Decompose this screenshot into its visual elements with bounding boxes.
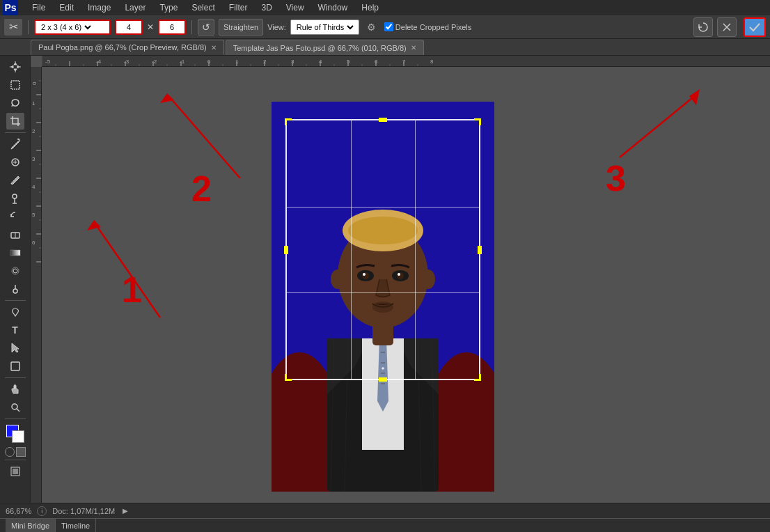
menu-help[interactable]: Help [359,1,382,14]
annotation-3: 3 [606,157,626,199]
app-logo: Ps [3,0,18,15]
zoom-level: 66,67% [6,507,31,515]
gradient-tool[interactable] [6,244,24,261]
tool-separator-4 [5,418,26,419]
svg-text:8: 8 [430,58,434,65]
left-toolbar: T [0,56,31,503]
svg-text:-2: -2 [152,58,157,65]
move-tool[interactable] [6,58,24,75]
photo-frame [272,102,494,492]
tab-close-template[interactable]: ✕ [411,44,416,52]
svg-text:-4: -4 [96,58,102,65]
cancel-button[interactable] [717,17,737,37]
delete-cropped-label[interactable]: Delete Cropped Pixels [384,22,471,31]
color-swatches[interactable] [6,425,24,443]
crop-width-input[interactable] [119,23,139,31]
view-overlay-select[interactable]: Rule of Thirds [294,22,356,32]
doc-info-arrow[interactable]: ▶ [120,506,130,516]
annotation-1: 1 [122,269,142,311]
svg-text:4: 4 [32,184,36,190]
path-select-tool[interactable] [6,340,24,357]
blur-tool[interactable] [6,263,24,279]
crop-preset-select[interactable]: 2 x 3 (4 x 6) [38,22,93,32]
menubar: Ps File Edit Image Layer Type Select Fil… [0,0,770,15]
crop-width-group[interactable] [115,19,143,35]
text-tool[interactable]: T [6,322,24,338]
menu-edit[interactable]: Edit [56,1,77,14]
ruler-left: 0 1 2 3 4 5 6 [31,67,42,503]
crop-height-input[interactable] [162,23,182,31]
straighten-button[interactable]: Straighten [219,19,263,36]
eyedropper-tool[interactable] [6,136,24,152]
clone-stamp-tool[interactable] [6,190,24,207]
tab-paul-pogba[interactable]: Paul Pogba.png @ 66,7% (Crop Preview, RG… [31,40,224,55]
canvas-area: -5 -4 -3 -2 -1 0 1 2 3 [31,56,770,503]
rotate-button[interactable]: ↺ [198,19,214,36]
bottom-tab-mini-bridge[interactable]: Mini Bridge [6,519,56,533]
tool-separator-5 [5,460,26,460]
doc-info: Doc: 1,07M/1,12M [52,507,115,515]
svg-point-13 [13,289,17,293]
tool-separator-2 [5,300,26,301]
zoom-tool[interactable] [6,399,24,416]
canvas-content[interactable]: 1 2 3 [42,67,770,503]
lasso-tool[interactable] [6,95,24,111]
commit-button[interactable] [744,17,766,37]
menu-filter[interactable]: Filter [226,1,251,14]
svg-rect-19 [13,469,18,474]
statusbar: 66,67% i Doc: 1,07M/1,12M ▶ [0,503,770,518]
spot-heal-tool[interactable] [6,154,24,171]
marquee-rect-tool[interactable] [6,77,24,93]
view-overlay-dropdown[interactable]: Rule of Thirds [290,19,359,35]
svg-rect-2 [11,81,19,89]
menu-3d[interactable]: 3D [258,1,274,14]
delete-cropped-text: Delete Cropped Pixels [395,23,471,31]
svg-point-16 [12,404,17,409]
delete-cropped-checkbox[interactable] [384,22,393,31]
hand-tool[interactable] [6,381,24,398]
tool-separator-3 [5,377,26,378]
menu-image[interactable]: Image [85,1,113,14]
crop-overlay [285,119,480,380]
gear-icon[interactable]: ⚙ [363,19,380,36]
ruler-top: -5 -4 -3 -2 -1 0 1 2 3 [42,56,770,67]
bottombar: Mini Bridge Timeline [0,518,770,532]
quickmask-button[interactable] [16,447,26,457]
svg-text:-5: -5 [45,58,51,65]
mode-button[interactable] [5,447,15,457]
zoom-info-btn[interactable]: i [37,506,47,516]
bottom-tab-timeline[interactable]: Timeline [56,519,96,533]
tab-template[interactable]: Template Jas Pas Foto.psd @ 66,7% (010, … [226,40,424,55]
view-label: View: [267,23,286,31]
svg-text:-3: -3 [124,58,129,65]
crop-tool-icon[interactable]: ✂ [4,19,22,36]
svg-text:-1: -1 [180,58,185,65]
reset-button[interactable] [693,17,713,37]
tab-close-paul-pogba[interactable]: ✕ [211,44,217,52]
svg-text:5: 5 [32,212,36,218]
shape-tool[interactable] [6,358,24,375]
menu-type[interactable]: Type [157,1,180,14]
tool-separator-1 [5,132,26,133]
eraser-tool[interactable] [6,226,24,243]
svg-text:6: 6 [32,240,36,246]
screen-mode-button[interactable] [6,463,24,480]
svg-text:3: 3 [32,156,36,162]
menu-window[interactable]: Window [315,1,351,14]
brush-tool[interactable] [6,172,24,189]
pen-tool[interactable] [6,304,24,320]
menu-select[interactable]: Select [189,1,217,14]
crop-tool[interactable] [6,113,24,130]
svg-point-12 [13,269,17,273]
svg-text:1: 1 [32,100,36,107]
crop-preset-group[interactable]: 2 x 3 (4 x 6) [34,19,111,35]
history-brush-tool[interactable] [6,208,24,225]
main-area: T [0,56,770,503]
crop-height-group[interactable] [158,19,186,35]
menu-layer[interactable]: Layer [122,1,148,14]
menu-view[interactable]: View [283,1,307,14]
menu-file[interactable]: File [29,1,48,14]
svg-line-17 [17,409,19,412]
dodge-tool[interactable] [6,281,24,297]
background-color[interactable] [12,430,24,443]
